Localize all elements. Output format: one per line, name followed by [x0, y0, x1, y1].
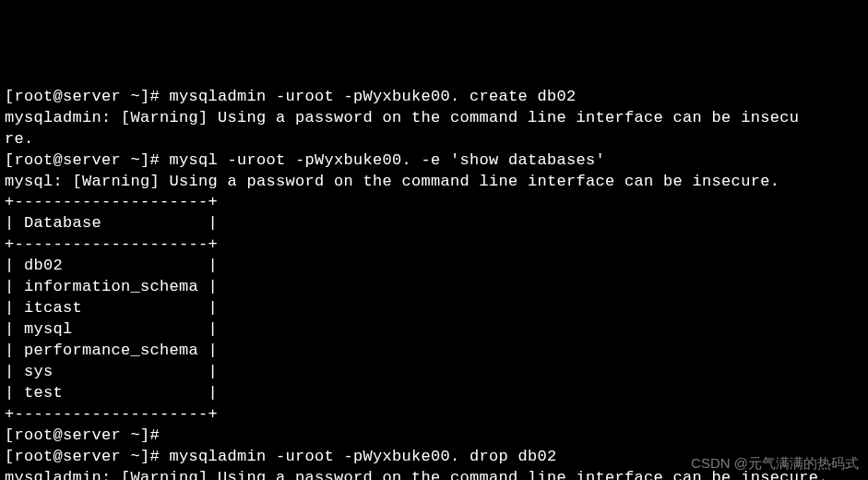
output-line: re.: [5, 129, 863, 150]
table-row: | test |: [5, 383, 863, 404]
prompt-line: [root@server ~]# mysql -uroot -pWyxbuke0…: [5, 150, 863, 172]
prompt-line: [root@server ~]#: [5, 426, 863, 447]
output-line: mysqladmin: [Warning] Using a password o…: [5, 108, 863, 129]
table-row: | mysql |: [5, 319, 863, 341]
table-border: +--------------------+: [5, 234, 863, 256]
output-line: mysql: [Warning] Using a password on the…: [5, 172, 863, 193]
terminal-output[interactable]: [root@server ~]# mysqladmin -uroot -pWyx…: [5, 87, 863, 480]
table-header: | Database |: [5, 213, 863, 234]
table-row: | performance_schema |: [5, 341, 863, 362]
prompt-line: [root@server ~]# mysqladmin -uroot -pWyx…: [5, 87, 863, 108]
table-border: +--------------------+: [5, 192, 863, 213]
table-row: | information_schema |: [5, 277, 863, 298]
table-border: +--------------------+: [5, 404, 863, 426]
table-row: | sys |: [5, 362, 863, 383]
watermark-text: CSDN @元气满满的热码式: [691, 454, 859, 473]
table-row: | db02 |: [5, 256, 863, 277]
table-row: | itcast |: [5, 298, 863, 319]
